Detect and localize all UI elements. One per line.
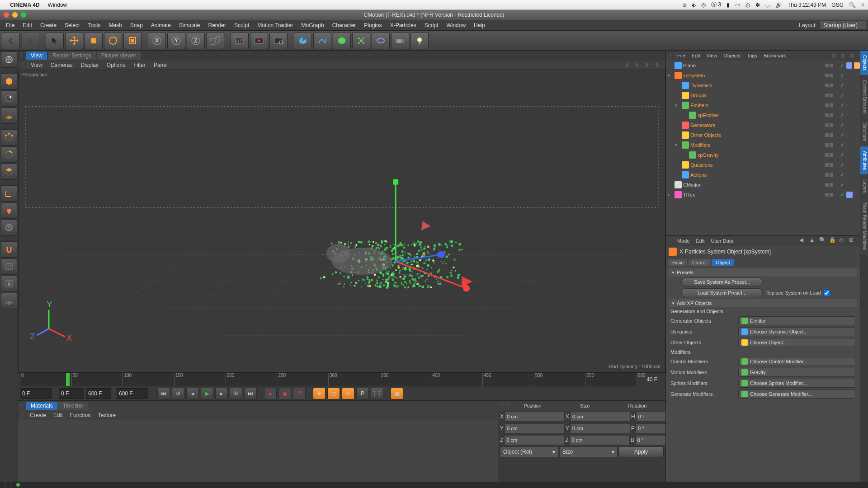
edge-mode-button[interactable] (1, 146, 17, 163)
next-frame-button[interactable]: ▸ (215, 388, 228, 399)
object-other objects[interactable]: Other Objects ✓ (666, 130, 860, 140)
size-y-input[interactable] (570, 423, 630, 433)
generator-button[interactable] (333, 32, 351, 49)
eye-icon[interactable]: ◇ (850, 52, 857, 59)
side-tab-attributes[interactable]: Attributes (860, 146, 868, 174)
side-tab-objects[interactable]: Objects (860, 51, 868, 75)
menu-animate[interactable]: Animate (147, 20, 175, 31)
workplane-snap-button[interactable] (1, 258, 17, 275)
goto-end-button[interactable]: ⏭ (244, 388, 257, 399)
om-menu-objects[interactable]: Objects (720, 53, 743, 58)
last-tool[interactable] (123, 32, 142, 49)
scale-tool[interactable] (85, 32, 103, 49)
viewport[interactable]: Perspective (18, 70, 665, 372)
menubar-icon[interactable]: ◎ (701, 2, 706, 8)
size-z-input[interactable] (570, 435, 630, 445)
menu-snap[interactable]: Snap (126, 20, 147, 31)
presets-section[interactable]: Presets (669, 268, 857, 277)
coord-mode-dropdown[interactable]: Object (Rel)▾ (500, 446, 558, 457)
attr-nav-0[interactable]: ◀ (799, 237, 807, 245)
object-questions[interactable]: Questions ✓ (666, 160, 860, 170)
workplane-button[interactable] (1, 108, 17, 124)
deformer-button[interactable] (352, 32, 370, 49)
menu-render[interactable]: Render (204, 20, 230, 31)
spotlight-icon[interactable]: 🔍 (849, 2, 856, 8)
materials-menu-function[interactable]: Function (66, 412, 94, 418)
object-trex[interactable]: ▸ TRex ✓ (666, 190, 860, 200)
menubar-icon[interactable]: ✽ (755, 2, 760, 8)
menu-plugins[interactable]: Plugins (360, 20, 386, 31)
object-actions[interactable]: Actions ✓ (666, 170, 860, 180)
viewport-menu-view[interactable]: View (27, 62, 46, 68)
object-xpsystem[interactable]: ▾ xpSystem ✓ (666, 70, 860, 80)
playhead[interactable] (66, 373, 70, 386)
attr-menu-edit[interactable]: Edit (693, 238, 708, 244)
menu-edit[interactable]: Edit (19, 20, 36, 31)
scale-key-button[interactable]: ◻ (327, 388, 340, 399)
materials-menu-edit[interactable]: Edit (50, 412, 66, 418)
search-icon[interactable]: ◇ (832, 52, 839, 59)
tab-timeline[interactable]: Timeline (58, 402, 88, 410)
volume-icon[interactable]: 🔊 (775, 2, 782, 8)
menubar-icon[interactable]: Ⓐ 3 (711, 1, 721, 9)
environment-button[interactable] (372, 32, 390, 49)
om-menu-view[interactable]: View (703, 53, 721, 58)
attr-tab-basic[interactable]: Basic (668, 259, 687, 266)
record-button[interactable]: ● (264, 388, 277, 399)
pos-z-input[interactable] (504, 435, 564, 445)
goto-start-button[interactable]: ⏮ (157, 388, 170, 399)
make-editable-button[interactable] (1, 52, 17, 68)
home-icon[interactable]: ◇ (841, 52, 848, 59)
pla-key-button[interactable]: ⋮⋮ (371, 388, 383, 399)
attr-nav-2[interactable]: 🔍 (819, 237, 827, 245)
camera-button[interactable] (391, 32, 409, 49)
axis-tool-button[interactable] (1, 185, 17, 202)
snap-button[interactable] (1, 241, 17, 258)
rotate-tool[interactable] (104, 32, 122, 49)
user[interactable]: GSG (831, 2, 844, 8)
menu-motion-tracker[interactable]: Motion Tracker (253, 20, 297, 31)
menu-file[interactable]: File (2, 20, 19, 31)
menu-window[interactable]: Window (442, 20, 470, 31)
menubar-icon[interactable]: ◴ (745, 2, 750, 8)
motion-modifiers-dropdown[interactable]: Gravity (738, 368, 855, 377)
keyframe-sel-button[interactable]: ? (293, 388, 306, 399)
viewport-menu-options[interactable]: Options (103, 62, 129, 68)
menu-character[interactable]: Character (328, 20, 360, 31)
viewport-menu-panel[interactable]: Panel (150, 62, 171, 68)
side-tab-team-render-machines[interactable]: Team Render Machines (860, 198, 868, 255)
texture-mode-button[interactable] (1, 90, 17, 107)
x-axis-lock[interactable]: X (148, 32, 166, 49)
attr-menu-user-data[interactable]: User Data (708, 238, 737, 244)
viewport-menu-filter[interactable]: Filter (130, 62, 149, 68)
attr-nav-1[interactable]: ▲ (809, 237, 817, 245)
object-plane[interactable]: Plane ✓ (666, 61, 860, 70)
generate-modifiers-dropdown[interactable]: Choose Generate Modifier... (738, 389, 855, 399)
param-key-button[interactable]: P (356, 388, 369, 399)
attr-nav-3[interactable]: 🔒 (829, 237, 837, 245)
materials-body[interactable] (18, 420, 498, 482)
viewport-menu-cameras[interactable]: Cameras (47, 62, 76, 68)
menubar-icon[interactable]: ⎚ (683, 2, 686, 8)
start-frame-input[interactable] (20, 388, 52, 399)
object-modifiers[interactable]: ▾ Modifiers ✓ (666, 140, 860, 150)
om-menu-edit[interactable]: Edit (689, 53, 703, 58)
redo-button[interactable] (21, 32, 39, 49)
autokey-button[interactable]: ◉ (278, 388, 291, 399)
polygon-mode-button[interactable] (1, 164, 17, 180)
undo-button[interactable] (2, 32, 20, 49)
om-menu-bookmark[interactable]: Bookmark (760, 53, 789, 58)
menubar-icon[interactable]: ⬖ (692, 2, 696, 8)
range-end-input[interactable] (86, 388, 111, 399)
goto-prev-key-button[interactable]: ↺ (172, 388, 184, 399)
add-xp-section[interactable]: Add XP Objects (669, 299, 857, 307)
menu-x-particles[interactable]: X-Particles (386, 20, 420, 31)
object-dynamics[interactable]: Dynamics ✓ (666, 80, 860, 90)
render-pv-button[interactable] (250, 32, 268, 49)
size-x-input[interactable] (570, 412, 630, 422)
om-menu-tags[interactable]: Tags (744, 53, 760, 58)
load-preset-button[interactable]: Load System Preset... (681, 288, 763, 297)
rot-key-button[interactable]: ↻ (342, 388, 354, 399)
object-groups[interactable]: Groups ✓ (666, 90, 860, 100)
move-tool[interactable] (65, 32, 83, 49)
